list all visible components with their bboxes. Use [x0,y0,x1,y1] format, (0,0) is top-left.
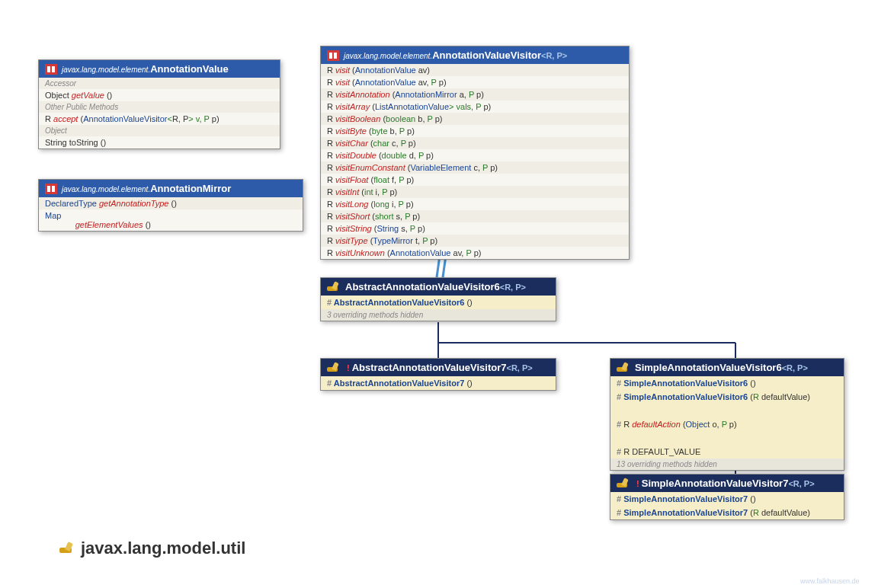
package-name: javax.lang.model.util [81,538,245,558]
box-abstract-avv6: AbstractAnnotationValueVisitor6<R, P> # … [320,277,556,321]
class-name: SimpleAnnotationValueVisitor6 [635,362,782,373]
class-icon [327,363,341,373]
class-name: AbstractAnnotationValueVisitor6 [345,281,500,292]
class-name: AnnotationValue [150,63,229,75]
interface-icon [45,64,57,75]
class-icon [617,478,630,489]
generics: <R, P> [506,363,532,372]
class-icon [327,282,341,292]
generics: <R, P> [500,283,526,292]
box-body: Accessor Object getValue ()Other Public … [39,78,280,149]
generics: <R, P> [541,51,567,60]
package-icon [59,542,75,554]
pkg-label: javax.lang.model.element. [62,185,150,193]
box-body: R visit (AnnotationValue av) R visit (An… [321,64,629,259]
box-simple-avv6: SimpleAnnotationValueVisitor6<R, P> # Si… [610,358,844,471]
header-simple-avv6: SimpleAnnotationValueVisitor6<R, P> [610,359,844,376]
box-annotation-value: javax.lang.model.element.AnnotationValue… [38,59,280,149]
header-annotation-value: javax.lang.model.element.AnnotationValue [39,60,280,78]
box-body: # SimpleAnnotationValueVisitor7 ()# Simp… [610,492,844,519]
header-annotation-value-visitor: javax.lang.model.element.AnnotationValue… [321,46,629,64]
box-abstract-avv7: ! AbstractAnnotationValueVisitor7<R, P> … [320,358,556,391]
class-name: AnnotationValueVisitor [432,50,541,61]
generics: <R, P> [782,363,808,372]
box-body: # AbstractAnnotationValueVisitor6 ()3 ov… [321,296,556,321]
box-body: DeclaredType getAnnotationType ()Map get… [39,197,303,231]
box-body: # SimpleAnnotationValueVisitor6 ()# Simp… [610,376,844,470]
box-body: # AbstractAnnotationValueVisitor7 () [321,376,556,390]
interface-icon [327,50,339,61]
header-annotation-mirror: javax.lang.model.element.AnnotationMirro… [39,180,303,197]
class-icon [617,363,630,373]
class-name: AnnotationMirror [150,183,231,194]
generics: <R, P> [788,479,814,488]
package-title: javax.lang.model.util [59,538,245,558]
warn-icon: ! [347,363,350,372]
box-annotation-value-visitor: javax.lang.model.element.AnnotationValue… [320,46,630,260]
warn-icon: ! [636,479,639,488]
header-simple-avv7: ! SimpleAnnotationValueVisitor7<R, P> [610,475,844,492]
box-simple-avv7: ! SimpleAnnotationValueVisitor7<R, P> # … [610,474,844,520]
header-abstract-avv7: ! AbstractAnnotationValueVisitor7<R, P> [321,359,556,376]
class-name: AbstractAnnotationValueVisitor7 [352,362,507,373]
watermark: www.falkhausen.de [800,577,860,585]
interface-icon [45,184,57,194]
pkg-label: javax.lang.model.element. [62,66,150,74]
pkg-label: javax.lang.model.element. [344,52,432,60]
class-name: SimpleAnnotationValueVisitor7 [642,478,789,489]
header-abstract-avv6: AbstractAnnotationValueVisitor6<R, P> [321,278,556,296]
box-annotation-mirror: javax.lang.model.element.AnnotationMirro… [38,179,303,232]
